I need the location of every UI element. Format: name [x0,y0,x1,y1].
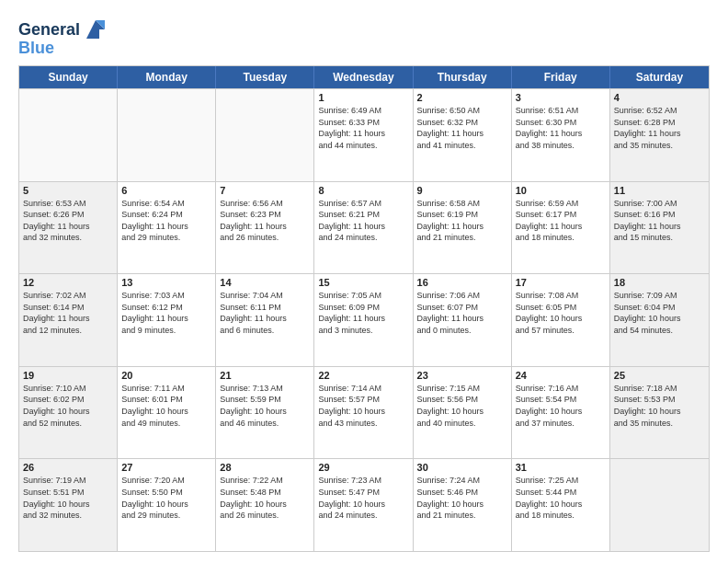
day-number: 18 [614,277,705,288]
logo: General Blue [18,18,108,58]
day-number: 13 [121,277,211,288]
day-info: Sunrise: 7:22 AM Sunset: 5:48 PM Dayligh… [220,475,310,521]
calendar-cell: 3Sunrise: 6:51 AM Sunset: 6:30 PM Daylig… [512,89,610,181]
day-info: Sunrise: 7:19 AM Sunset: 5:51 PM Dayligh… [23,475,113,521]
calendar-cell: 7Sunrise: 6:56 AM Sunset: 6:23 PM Daylig… [216,182,314,274]
calendar-cell: 12Sunrise: 7:02 AM Sunset: 6:14 PM Dayli… [19,274,118,366]
calendar-cell: 13Sunrise: 7:03 AM Sunset: 6:12 PM Dayli… [118,274,216,366]
calendar-cell: 2Sunrise: 6:50 AM Sunset: 6:32 PM Daylig… [414,89,512,181]
day-info: Sunrise: 7:16 AM Sunset: 5:54 PM Dayligh… [516,383,606,429]
day-number: 10 [516,185,606,196]
calendar-cell: 19Sunrise: 7:10 AM Sunset: 6:02 PM Dayli… [19,367,118,459]
day-number: 28 [220,462,310,473]
calendar-cell: 9Sunrise: 6:58 AM Sunset: 6:19 PM Daylig… [414,182,512,274]
page: General Blue SundayMondayTuesdayWednesda… [0,0,728,563]
day-number: 8 [318,185,408,196]
day-info: Sunrise: 6:59 AM Sunset: 6:17 PM Dayligh… [516,198,606,244]
day-info: Sunrise: 6:51 AM Sunset: 6:30 PM Dayligh… [516,105,606,151]
day-info: Sunrise: 7:11 AM Sunset: 6:01 PM Dayligh… [121,383,211,429]
day-info: Sunrise: 7:05 AM Sunset: 6:09 PM Dayligh… [318,290,408,336]
day-number: 7 [220,185,310,196]
calendar-cell: 20Sunrise: 7:11 AM Sunset: 6:01 PM Dayli… [118,367,216,459]
day-number: 14 [220,277,310,288]
calendar-cell: 24Sunrise: 7:16 AM Sunset: 5:54 PM Dayli… [512,367,610,459]
day-info: Sunrise: 7:15 AM Sunset: 5:56 PM Dayligh… [417,383,507,429]
day-number: 23 [417,370,507,381]
day-number: 5 [23,185,113,196]
day-info: Sunrise: 6:53 AM Sunset: 6:26 PM Dayligh… [23,198,113,244]
calendar-cell: 29Sunrise: 7:23 AM Sunset: 5:47 PM Dayli… [314,459,413,551]
day-number: 12 [23,277,113,288]
calendar-cell: 4Sunrise: 6:52 AM Sunset: 6:28 PM Daylig… [610,89,709,181]
day-number: 24 [516,370,606,381]
calendar-cell: 28Sunrise: 7:22 AM Sunset: 5:48 PM Dayli… [216,459,314,551]
day-info: Sunrise: 6:56 AM Sunset: 6:23 PM Dayligh… [220,198,310,244]
weekday-header: Monday [118,66,216,88]
calendar-cell [118,89,216,181]
calendar-cell: 16Sunrise: 7:06 AM Sunset: 6:07 PM Dayli… [414,274,512,366]
day-number: 4 [614,92,705,103]
day-info: Sunrise: 7:00 AM Sunset: 6:16 PM Dayligh… [614,198,705,244]
day-info: Sunrise: 7:04 AM Sunset: 6:11 PM Dayligh… [220,290,310,336]
day-info: Sunrise: 7:20 AM Sunset: 5:50 PM Dayligh… [121,475,211,521]
calendar-cell: 26Sunrise: 7:19 AM Sunset: 5:51 PM Dayli… [19,459,118,551]
calendar-cell: 14Sunrise: 7:04 AM Sunset: 6:11 PM Dayli… [216,274,314,366]
day-info: Sunrise: 7:03 AM Sunset: 6:12 PM Dayligh… [121,290,211,336]
calendar-cell: 23Sunrise: 7:15 AM Sunset: 5:56 PM Dayli… [414,367,512,459]
calendar: SundayMondayTuesdayWednesdayThursdayFrid… [18,65,710,552]
day-info: Sunrise: 7:06 AM Sunset: 6:07 PM Dayligh… [417,290,507,336]
calendar-row: 19Sunrise: 7:10 AM Sunset: 6:02 PM Dayli… [19,366,709,459]
calendar-cell: 25Sunrise: 7:18 AM Sunset: 5:53 PM Dayli… [610,367,709,459]
day-number: 29 [318,462,408,473]
day-info: Sunrise: 7:08 AM Sunset: 6:05 PM Dayligh… [516,290,606,336]
day-info: Sunrise: 7:02 AM Sunset: 6:14 PM Dayligh… [23,290,113,336]
header: General Blue [18,15,710,58]
day-number: 19 [23,370,113,381]
calendar-cell: 11Sunrise: 7:00 AM Sunset: 6:16 PM Dayli… [610,182,709,274]
calendar-cell: 27Sunrise: 7:20 AM Sunset: 5:50 PM Dayli… [118,459,216,551]
day-number: 11 [614,185,705,196]
calendar-body: 1Sunrise: 6:49 AM Sunset: 6:33 PM Daylig… [19,88,709,551]
calendar-cell [19,89,118,181]
calendar-cell: 22Sunrise: 7:14 AM Sunset: 5:57 PM Dayli… [314,367,413,459]
day-info: Sunrise: 6:54 AM Sunset: 6:24 PM Dayligh… [121,198,211,244]
weekday-header: Thursday [414,66,512,88]
day-info: Sunrise: 7:23 AM Sunset: 5:47 PM Dayligh… [318,475,408,521]
calendar-cell: 18Sunrise: 7:09 AM Sunset: 6:04 PM Dayli… [610,274,709,366]
calendar-cell: 8Sunrise: 6:57 AM Sunset: 6:21 PM Daylig… [314,182,413,274]
day-info: Sunrise: 7:18 AM Sunset: 5:53 PM Dayligh… [614,383,705,429]
logo-text: General [18,21,80,40]
day-number: 9 [417,185,507,196]
calendar-cell: 1Sunrise: 6:49 AM Sunset: 6:33 PM Daylig… [314,89,413,181]
day-number: 20 [121,370,211,381]
day-number: 1 [318,92,408,103]
day-info: Sunrise: 6:50 AM Sunset: 6:32 PM Dayligh… [417,105,507,151]
calendar-cell: 21Sunrise: 7:13 AM Sunset: 5:59 PM Dayli… [216,367,314,459]
logo-icon [83,17,108,42]
weekday-header: Saturday [610,66,709,88]
calendar-row: 26Sunrise: 7:19 AM Sunset: 5:51 PM Dayli… [19,458,709,551]
day-number: 27 [121,462,211,473]
day-info: Sunrise: 6:57 AM Sunset: 6:21 PM Dayligh… [318,198,408,244]
calendar-header: SundayMondayTuesdayWednesdayThursdayFrid… [19,66,709,88]
calendar-cell: 31Sunrise: 7:25 AM Sunset: 5:44 PM Dayli… [512,459,610,551]
calendar-row: 1Sunrise: 6:49 AM Sunset: 6:33 PM Daylig… [19,88,709,181]
day-number: 21 [220,370,310,381]
day-number: 17 [516,277,606,288]
day-info: Sunrise: 6:49 AM Sunset: 6:33 PM Dayligh… [318,105,408,151]
day-number: 6 [121,185,211,196]
day-info: Sunrise: 7:10 AM Sunset: 6:02 PM Dayligh… [23,383,113,429]
day-info: Sunrise: 7:13 AM Sunset: 5:59 PM Dayligh… [220,383,310,429]
day-info: Sunrise: 6:58 AM Sunset: 6:19 PM Dayligh… [417,198,507,244]
calendar-row: 5Sunrise: 6:53 AM Sunset: 6:26 PM Daylig… [19,181,709,274]
calendar-cell: 15Sunrise: 7:05 AM Sunset: 6:09 PM Dayli… [314,274,413,366]
calendar-cell: 6Sunrise: 6:54 AM Sunset: 6:24 PM Daylig… [118,182,216,274]
day-number: 26 [23,462,113,473]
day-number: 16 [417,277,507,288]
calendar-cell [216,89,314,181]
day-number: 30 [417,462,507,473]
calendar-cell [610,459,709,551]
day-number: 15 [318,277,408,288]
day-number: 25 [614,370,705,381]
day-number: 22 [318,370,408,381]
